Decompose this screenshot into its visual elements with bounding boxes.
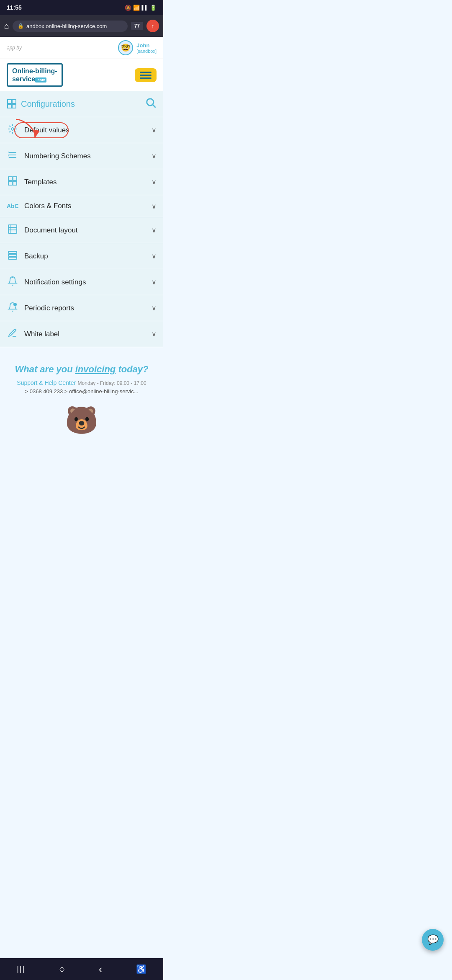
menu-item-left-periodic: Periodic reports [7,302,74,314]
numbering-schemes-icon: 1 2 3 [7,150,18,162]
browser-tabs-button[interactable]: 77 [131,22,143,30]
svg-rect-15 [13,177,17,181]
configurations-title: Configurations [21,99,75,109]
user-avatar: 🤓 [118,40,133,55]
menu-item-notification-settings[interactable]: Notification settings ∨ [0,269,163,295]
menu-item-numbering-schemes[interactable]: 1 2 3 Numbering Schemes ∨ [0,143,163,169]
wifi-icon: 📶 [133,5,140,11]
browser-upload-button[interactable]: ↑ [146,20,159,32]
white-label-icon [7,328,18,340]
svg-rect-17 [13,181,17,185]
menu-items-list: Default values ∨ 1 2 3 Numbering Schemes… [0,117,163,347]
document-layout-label: Document layout [24,226,78,235]
status-time: 11:55 [7,4,22,11]
svg-line-5 [153,105,155,108]
menu-item-left-backup: Backup [7,250,48,262]
svg-rect-1 [12,100,16,103]
menu-line-1 [140,72,152,73]
menu-item-document-layout[interactable]: Document layout ∨ [0,217,163,243]
footer-email: > office@online-billing-servic... [64,388,139,395]
footer-support-hours: Monday - Friday: 09:00 - 17:00 [78,380,146,386]
menu-item-white-label[interactable]: White label ∨ [0,321,163,347]
browser-home-icon[interactable]: ⌂ [4,21,9,31]
notification-settings-icon [7,276,18,288]
colors-fonts-label: Colors & Fonts [24,202,71,210]
search-icon[interactable] [145,97,157,111]
logo[interactable]: Online-billing- service.com [7,63,63,87]
footer-invoicing-word: invoicing [75,364,116,374]
menu-line-3 [140,77,152,79]
menu-item-periodic-reports[interactable]: Periodic reports ∨ [0,295,163,321]
footer-section: What are you invoicing today? Support & … [0,347,163,444]
browser-bar: ⌂ 🔒 andbox.online-billing-service.com 77… [0,15,163,37]
user-info[interactable]: 🤓 John [sandbox] [118,40,157,55]
menu-item-left-white-label: White label [7,328,59,340]
notification-settings-label: Notification settings [24,278,86,286]
configurations-header: Configurations [0,91,163,117]
logo-bar: Online-billing- service.com [0,59,163,91]
footer-support-row: Support & Help Center Monday - Friday: 0… [8,379,155,387]
menu-item-left-document: Document layout [7,224,78,236]
numbering-schemes-chevron: ∨ [152,152,157,160]
menu-item-templates[interactable]: Templates ∨ [0,169,163,195]
app-header: app by 🤓 John [sandbox] [0,37,163,59]
svg-rect-16 [8,181,12,185]
backup-label: Backup [24,252,48,260]
svg-point-26 [13,303,17,306]
document-layout-icon [7,224,18,236]
templates-chevron: ∨ [152,178,157,186]
white-label-chevron: ∨ [152,330,157,338]
browser-url-text: andbox.online-billing-service.com [26,23,107,29]
footer-mascot: 🐻 [8,405,155,436]
svg-rect-2 [8,104,11,108]
app-by-label: app by [7,45,22,51]
menu-item-left-templates: Templates [7,176,56,188]
svg-rect-18 [8,225,17,233]
periodic-reports-chevron: ∨ [152,304,157,312]
colors-fonts-chevron: ∨ [152,202,157,210]
backup-icon [7,250,18,262]
hamburger-menu-button[interactable] [135,68,157,82]
browser-lock-icon: 🔒 [18,23,24,29]
menu-item-left-numbering: 1 2 3 Numbering Schemes [7,150,91,162]
document-layout-chevron: ∨ [152,226,157,234]
signal-icon: ▌▌ [141,5,148,10]
svg-rect-3 [12,104,16,108]
white-label-label: White label [24,330,59,338]
battery-icon: 🔋 [150,5,157,11]
svg-point-4 [147,99,154,106]
default-values-chevron: ∨ [152,126,157,134]
menu-item-backup[interactable]: Backup ∨ [0,243,163,269]
upload-icon: ↑ [152,23,154,29]
menu-item-left-notifications: Notification settings [7,276,86,288]
footer-contact: > 0368 409 233 > office@online-billing-s… [8,388,155,395]
numbering-schemes-label: Numbering Schemes [24,152,91,160]
periodic-reports-label: Periodic reports [24,304,74,312]
configurations-icon [7,99,17,109]
svg-rect-14 [8,177,12,181]
templates-icon [7,176,18,188]
config-title-row: Configurations [7,99,75,109]
menu-item-colors-fonts[interactable]: AbC Colors & Fonts ∨ [0,195,163,217]
backup-chevron: ∨ [152,252,157,260]
browser-address-bar[interactable]: 🔒 andbox.online-billing-service.com [13,21,128,32]
footer-tagline: What are you invoicing today? [8,364,155,375]
templates-label: Templates [24,178,56,186]
user-role: [sandbox] [136,49,157,54]
footer-support-label: Support & Help Center [17,379,76,386]
svg-rect-23 [8,254,17,256]
red-arrow-svg [3,117,54,142]
colors-fonts-icon: AbC [7,203,18,209]
menu-item-left-colors: AbC Colors & Fonts [7,202,71,210]
svg-rect-24 [8,257,17,259]
periodic-reports-icon [7,302,18,314]
menu-line-2 [140,75,152,76]
status-bar: 11:55 🔕 📶 ▌▌ 🔋 [0,0,163,15]
svg-rect-0 [8,100,11,103]
status-icons: 🔕 📶 ▌▌ 🔋 [125,5,157,11]
logo-text: Online-billing- service.com [12,67,57,83]
notification-silent-icon: 🔕 [125,5,131,11]
user-name: John [136,42,157,49]
svg-rect-22 [8,251,17,253]
footer-phone: > 0368 409 233 [25,388,63,395]
